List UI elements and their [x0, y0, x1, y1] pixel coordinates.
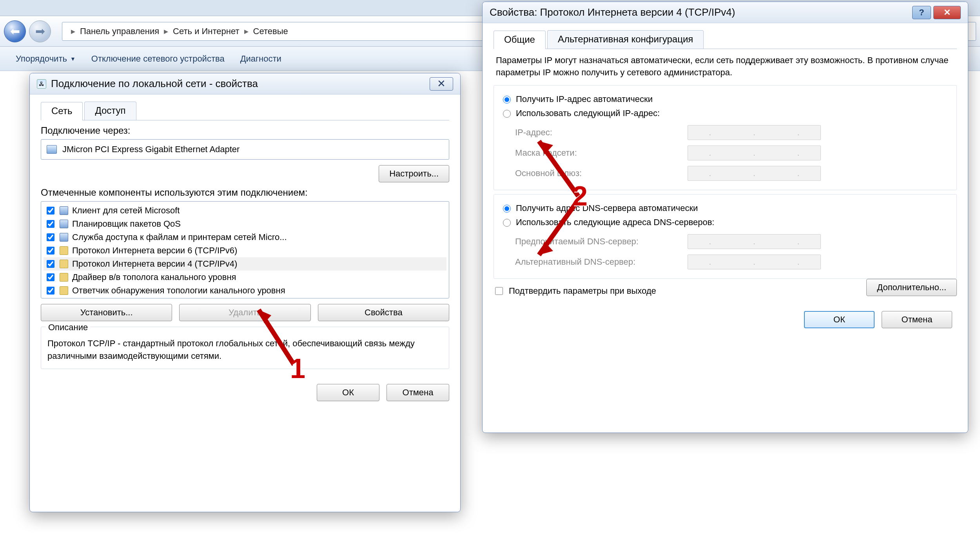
- alt-dns-input[interactable]: ...: [688, 255, 821, 269]
- chevron-down-icon: ▼: [70, 56, 76, 62]
- disable-device-label: Отключение сетевого устройства: [91, 54, 225, 64]
- adapter-name: JMicron PCI Express Gigabit Ethernet Ada…: [62, 144, 240, 155]
- organize-label: Упорядочить: [16, 54, 67, 64]
- advanced-button[interactable]: Дополнительно...: [866, 279, 957, 296]
- protocol-icon: [60, 273, 68, 282]
- radio-label: Получить адрес DNS-сервера автоматически: [516, 203, 698, 213]
- radio[interactable]: [503, 110, 511, 118]
- tab-sharing[interactable]: Доступ: [84, 102, 136, 120]
- confirm-label: Подтвердить параметры при выходе: [509, 286, 656, 296]
- ip-address-input[interactable]: ...: [688, 125, 821, 140]
- window-title: Свойства: Протокол Интернета версии 4 (T…: [490, 6, 735, 18]
- list-item-label: Клиент для сетей Microsoft: [72, 205, 180, 216]
- ipv4-properties-window: Свойства: Протокол Интернета версии 4 (T…: [482, 2, 968, 433]
- list-item-label: Протокол Интернета версии 6 (TCP/IPv6): [72, 245, 237, 256]
- checkbox[interactable]: [495, 287, 503, 295]
- configure-button[interactable]: Настроить...: [379, 165, 449, 182]
- install-button[interactable]: Установить...: [41, 304, 172, 321]
- window-title: Подключение по локальной сети - свойства: [51, 78, 258, 90]
- breadcrumb-network-internet[interactable]: Сеть и Интернет: [173, 26, 239, 36]
- tab-alt-config[interactable]: Альтернативная конфигурация: [547, 30, 704, 49]
- components-label: Отмеченные компоненты используются этим …: [41, 187, 449, 198]
- list-item-label: Протокол Интернета версии 4 (TCP/IPv4): [72, 259, 237, 269]
- connect-via-label: Подключение через:: [41, 125, 449, 136]
- list-item[interactable]: Планировщик пакетов QoS: [44, 217, 446, 231]
- gateway-input[interactable]: ...: [688, 166, 821, 181]
- list-item-label: Ответчик обнаружения топологии канальног…: [72, 286, 285, 296]
- nic-icon: [47, 145, 57, 154]
- remove-button[interactable]: Удалить: [179, 304, 310, 321]
- ok-button[interactable]: ОК: [317, 384, 379, 401]
- list-item[interactable]: Служба доступа к файлам и принтерам сете…: [44, 231, 446, 244]
- list-item-ipv4[interactable]: Протокол Интернета версии 4 (TCP/IPv4): [44, 257, 446, 271]
- description-text: Протокол TCP/IP - стандартный протокол г…: [47, 337, 443, 362]
- radio-label: Получить IP-адрес автоматически: [516, 94, 653, 104]
- disable-device-button[interactable]: Отключение сетевого устройства: [91, 54, 225, 64]
- adapter-box[interactable]: JMicron PCI Express Gigabit Ethernet Ada…: [41, 139, 449, 160]
- checkbox[interactable]: [47, 273, 54, 281]
- intro-text: Параметры IP могут назначаться автоматич…: [496, 55, 955, 79]
- radio[interactable]: [503, 96, 511, 104]
- radio-ip-auto[interactable]: Получить IP-адрес автоматически: [501, 94, 949, 104]
- description-group: Описание Протокол TCP/IP - стандартный п…: [41, 327, 449, 369]
- list-item-label: Планировщик пакетов QoS: [72, 219, 181, 229]
- radio-label: Использовать следующие адреса DNS-сервер…: [516, 217, 714, 227]
- dns-section: Получить адрес DNS-сервера автоматически…: [494, 194, 957, 279]
- radio[interactable]: [503, 205, 511, 213]
- close-button[interactable]: ✕: [933, 6, 961, 19]
- list-item[interactable]: Ответчик обнаружения топологии канальног…: [44, 284, 446, 297]
- window-body: Сеть Доступ Подключение через: JMicron P…: [30, 95, 460, 378]
- forward-button[interactable]: ➡: [29, 20, 51, 42]
- properties-button[interactable]: Свойства: [318, 304, 449, 321]
- description-label: Описание: [46, 322, 90, 333]
- checkbox[interactable]: [47, 260, 54, 268]
- gateway-row: Основной шлюз: ...: [515, 163, 949, 184]
- organize-menu[interactable]: Упорядочить ▼: [16, 54, 76, 64]
- list-item-label: Служба доступа к файлам и принтерам сете…: [72, 232, 287, 242]
- close-button[interactable]: ✕: [430, 77, 453, 91]
- cancel-button[interactable]: Отмена: [882, 311, 952, 328]
- ip-address-label: IP-адрес:: [515, 127, 680, 138]
- help-button[interactable]: ?: [912, 6, 931, 19]
- list-item[interactable]: Протокол Интернета версии 6 (TCP/IPv6): [44, 244, 446, 257]
- radio-ip-manual[interactable]: Использовать следующий IP-адрес:: [501, 108, 949, 118]
- gateway-label: Основной шлюз:: [515, 168, 680, 178]
- diagnose-button[interactable]: Диагности: [240, 54, 281, 64]
- tab-network[interactable]: Сеть: [41, 102, 83, 120]
- subnet-mask-input[interactable]: ...: [688, 145, 821, 160]
- tabs: Сеть Доступ: [41, 102, 449, 120]
- radio-dns-auto[interactable]: Получить адрес DNS-сервера автоматически: [501, 203, 949, 213]
- component-list[interactable]: Клиент для сетей Microsoft Планировщик п…: [41, 201, 449, 298]
- checkbox[interactable]: [47, 233, 54, 241]
- breadcrumb-separator: ▸: [244, 26, 249, 36]
- checkbox[interactable]: [47, 247, 54, 255]
- checkbox[interactable]: [47, 287, 54, 295]
- preferred-dns-label: Предпочитаемый DNS-сервер:: [515, 236, 680, 247]
- ok-button[interactable]: ОК: [804, 311, 875, 328]
- radio-label: Использовать следующий IP-адрес:: [516, 108, 660, 118]
- protocol-icon: [60, 246, 68, 255]
- subnet-mask-row: Маска подсети: ...: [515, 143, 949, 163]
- alt-dns-label: Альтернативный DNS-сервер:: [515, 257, 680, 267]
- titlebar[interactable]: 🖧 Подключение по локальной сети - свойст…: [30, 73, 460, 95]
- tabs: Общие Альтернативная конфигурация: [494, 30, 957, 49]
- connection-properties-window: 🖧 Подключение по локальной сети - свойст…: [29, 73, 461, 512]
- list-item[interactable]: Драйвер в/в тополога канального уровня: [44, 271, 446, 284]
- back-button[interactable]: ⬅: [4, 20, 26, 42]
- radio-dns-manual[interactable]: Использовать следующие адреса DNS-сервер…: [501, 217, 949, 227]
- preferred-dns-input[interactable]: ...: [688, 234, 821, 249]
- list-item-label: Драйвер в/в тополога канального уровня: [72, 272, 236, 282]
- protocol-icon: [60, 260, 68, 268]
- breadcrumb-network-conns[interactable]: Сетевые: [253, 26, 288, 36]
- tab-general[interactable]: Общие: [494, 31, 546, 49]
- list-item[interactable]: Клиент для сетей Microsoft: [44, 204, 446, 217]
- checkbox[interactable]: [47, 207, 54, 215]
- radio[interactable]: [503, 219, 511, 227]
- checkbox[interactable]: [47, 220, 54, 228]
- service-icon: [60, 233, 68, 242]
- titlebar[interactable]: Свойства: Протокол Интернета версии 4 (T…: [483, 2, 968, 23]
- cancel-button[interactable]: Отмена: [387, 384, 449, 401]
- diagnose-label: Диагности: [240, 54, 281, 64]
- breadcrumb-control-panel[interactable]: Панель управления: [80, 26, 159, 36]
- preferred-dns-row: Предпочитаемый DNS-сервер: ...: [515, 231, 949, 252]
